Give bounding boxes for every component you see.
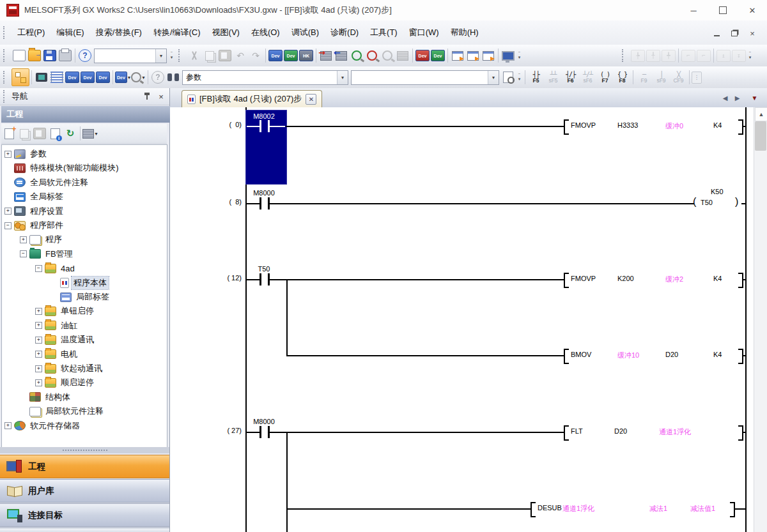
ladder-symbol-CF9[interactable]: ╳CF9 bbox=[670, 68, 687, 86]
ladder-symbol-sF5[interactable]: ┴┴sF5 bbox=[545, 68, 562, 86]
navigation-window-button[interactable] bbox=[12, 68, 29, 86]
collapse-icon[interactable]: − bbox=[35, 265, 42, 272]
nav-switch-用户库[interactable]: 用户库 bbox=[0, 479, 169, 503]
tree-item-FB管理[interactable]: −FB管理 bbox=[20, 248, 75, 261]
tree-item-全局标签[interactable]: 全局标签 bbox=[4, 190, 65, 203]
undo-button[interactable]: ↶ bbox=[233, 48, 248, 63]
device-batch-button[interactable]: Dev bbox=[95, 70, 111, 85]
tree-item-软元件存储器[interactable]: +软元件存储器 bbox=[4, 420, 82, 432]
copy-button[interactable] bbox=[202, 48, 217, 63]
expand-icon[interactable]: + bbox=[4, 208, 12, 215]
close-panel-icon[interactable]: × bbox=[155, 91, 167, 102]
new-project-button[interactable] bbox=[12, 48, 27, 63]
property-button[interactable] bbox=[47, 126, 63, 141]
expand-icon[interactable]: + bbox=[35, 308, 42, 315]
scrollbar-thumb[interactable] bbox=[755, 121, 766, 151]
sfc-jump-button[interactable]: ╇ bbox=[661, 48, 676, 63]
menu-item-5[interactable]: 视图(V) bbox=[206, 24, 245, 41]
tree-item-电机[interactable]: +电机 bbox=[35, 348, 79, 361]
selection-cursor[interactable] bbox=[245, 110, 287, 185]
tree-item-软起动通讯[interactable]: +软起动通讯 bbox=[35, 362, 104, 375]
expand-icon[interactable]: + bbox=[35, 379, 42, 386]
module-configuration-button[interactable] bbox=[34, 70, 49, 85]
project-data-combo[interactable]: ▾ bbox=[94, 49, 167, 63]
ladder-symbol-sF9[interactable]: │sF9 bbox=[653, 68, 670, 86]
device-buffer-button[interactable]: HK bbox=[298, 48, 314, 63]
tab-scroll-left-icon[interactable]: ◀ bbox=[720, 92, 731, 103]
menu-item-9[interactable]: 工具(T) bbox=[364, 24, 403, 41]
toolbar-overflow-icon[interactable]: ‾▾ bbox=[516, 49, 523, 63]
collapse-icon[interactable]: − bbox=[4, 222, 12, 229]
menu-item-1[interactable]: 工程(P) bbox=[12, 24, 50, 41]
copy-data-button[interactable] bbox=[17, 126, 32, 141]
tree-item-程序部件[interactable]: −程序部件 bbox=[4, 219, 65, 232]
menu-item-7[interactable]: 调试(B) bbox=[286, 24, 325, 41]
sfc-end-button[interactable]: ⌐ bbox=[696, 48, 711, 63]
jump-forward-button[interactable] bbox=[465, 48, 481, 63]
device-memory-button[interactable]: Dev bbox=[80, 70, 95, 85]
panel-splitter[interactable] bbox=[0, 447, 169, 453]
ladder-symbol-F7[interactable]: ( )F7 bbox=[596, 68, 614, 86]
tree-item-单钮启停[interactable]: +单钮启停 bbox=[35, 305, 96, 317]
device-monitor-button[interactable]: Dev bbox=[283, 48, 298, 63]
tree-item-程序[interactable]: +程序 bbox=[20, 233, 64, 246]
toolbar-overflow-icon[interactable]: ‾▾ bbox=[516, 70, 523, 84]
remote-operation-button[interactable] bbox=[500, 48, 516, 63]
refresh-button[interactable]: ↻ bbox=[63, 126, 78, 141]
menu-item-6[interactable]: 在线(O) bbox=[245, 24, 286, 41]
nav-switch-工程[interactable]: 工程 bbox=[0, 455, 169, 478]
toolbar-overflow-icon[interactable]: ‾▾ bbox=[747, 49, 754, 63]
expand-icon[interactable]: + bbox=[20, 236, 27, 243]
tree-item-局部软元件注释[interactable]: 局部软元件注释 bbox=[20, 405, 105, 418]
ladder-symbol-F8[interactable]: { }F8 bbox=[614, 68, 631, 86]
help-button[interactable]: ? bbox=[77, 48, 93, 63]
device-comment-button[interactable]: Dev bbox=[268, 48, 283, 63]
ladder-symbol-sF6[interactable]: ┴/┴sF6 bbox=[579, 68, 596, 86]
tree-item-程序设置[interactable]: +程序设置 bbox=[4, 205, 65, 218]
comment-display-button[interactable]: Dev▾ bbox=[115, 70, 130, 85]
context-help-button[interactable]: ? bbox=[150, 70, 166, 85]
mdi-close-button[interactable]: × bbox=[747, 28, 758, 38]
monitor-write-button[interactable] bbox=[395, 48, 410, 63]
device-test-on-button[interactable]: Dev bbox=[415, 48, 430, 63]
scroll-up-icon[interactable]: ▲ bbox=[755, 107, 767, 121]
menu-item-8[interactable]: 诊断(D) bbox=[325, 24, 364, 41]
vertical-scrollbar[interactable]: ▲ bbox=[754, 107, 767, 532]
toolbar-overflow-icon[interactable]: ‾▾ bbox=[168, 49, 175, 63]
tree-item-4ad[interactable]: −4ad bbox=[35, 262, 77, 275]
redo-button[interactable]: ↷ bbox=[248, 48, 263, 63]
menu-item-4[interactable]: 转换/编译(C) bbox=[148, 24, 206, 41]
print-button[interactable] bbox=[58, 48, 73, 63]
tab-fb-4ad[interactable]: [FB]读取 4ad (只读) (207)步 ✕ bbox=[182, 90, 322, 107]
ladder-editor-canvas[interactable]: ( 0)M8002FMOVPH3333缓冲0K4( 8)M8000(T50)K5… bbox=[170, 107, 754, 532]
write-to-plc-button[interactable]: → bbox=[318, 48, 334, 63]
pin-icon[interactable] bbox=[141, 91, 153, 102]
expand-icon[interactable]: + bbox=[35, 351, 42, 358]
menu-item-2[interactable]: 编辑(E) bbox=[50, 24, 89, 41]
tree-item-温度通讯[interactable]: +温度通讯 bbox=[35, 333, 96, 346]
mdi-restore-button[interactable] bbox=[729, 28, 740, 38]
zoom-body-button[interactable]: ↧ bbox=[731, 48, 747, 63]
save-project-button[interactable] bbox=[42, 48, 58, 63]
tree-item-程序本体[interactable]: 程序本体 bbox=[50, 277, 109, 289]
sfc-block-button[interactable]: ⌐ bbox=[681, 48, 696, 63]
collapsed-category-strip[interactable] bbox=[0, 528, 169, 532]
monitor-stop-button[interactable] bbox=[364, 48, 380, 63]
expand-icon[interactable]: + bbox=[35, 337, 42, 344]
open-project-button[interactable] bbox=[27, 48, 42, 63]
read-from-plc-button[interactable]: ← bbox=[334, 48, 349, 63]
tree-item-全局软元件注释[interactable]: 全局软元件注释 bbox=[4, 176, 90, 189]
find-target-combo[interactable]: 参数▾ bbox=[182, 70, 348, 85]
expand-icon[interactable]: + bbox=[4, 422, 12, 429]
tree-item-油缸[interactable]: +油缸 bbox=[35, 319, 79, 332]
mdi-minimize-button[interactable] bbox=[711, 28, 722, 38]
paste-button[interactable] bbox=[217, 48, 233, 63]
menu-item-11[interactable]: 帮助(H) bbox=[445, 24, 484, 41]
program-list-button[interactable] bbox=[49, 70, 65, 85]
monitor-pause-button[interactable] bbox=[380, 48, 395, 63]
tab-close-icon[interactable]: ✕ bbox=[306, 94, 316, 105]
device-test-off-button[interactable]: Dev bbox=[430, 48, 445, 63]
minimize-button[interactable]: ─ bbox=[679, 0, 708, 20]
expand-icon[interactable]: + bbox=[35, 322, 42, 329]
tree-item-顺启逆停[interactable]: +顺启逆停 bbox=[35, 376, 96, 389]
